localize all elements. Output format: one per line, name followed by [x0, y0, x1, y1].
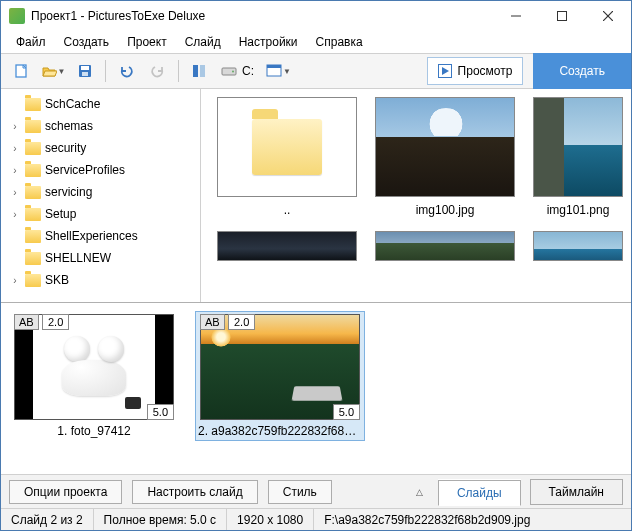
folder-icon [25, 252, 41, 265]
thumbnail-image [533, 97, 623, 197]
play-icon [438, 64, 452, 78]
svg-rect-1 [558, 12, 567, 21]
menu-file[interactable]: Файл [7, 32, 55, 52]
preview-label: Просмотр [458, 64, 513, 78]
thumb-image[interactable] [375, 231, 515, 261]
separator [178, 60, 179, 82]
svg-point-11 [232, 71, 234, 73]
status-slide-count: Слайд 2 из 2 [1, 509, 94, 530]
thumbnail-image [375, 97, 515, 197]
slide-duration[interactable]: 5.0 [147, 404, 174, 420]
btn-label: Настроить слайд [147, 485, 242, 499]
tree-item[interactable]: ›servicing [1, 181, 200, 203]
status-filepath: F:\a9a382c759fb222832f68b2d909.jpg [314, 509, 631, 530]
toolbar: ▼ C: ▼ Просмотр Создать [1, 53, 631, 89]
svg-rect-7 [82, 72, 88, 76]
expand-icon[interactable]: › [9, 143, 21, 154]
tree-item[interactable]: ›SKB [1, 269, 200, 291]
folder-icon [25, 274, 41, 287]
slide-frame: AB 2.0 5.0 [200, 314, 360, 420]
thumb-up-folder[interactable]: .. [217, 97, 357, 217]
create-button[interactable]: Создать [533, 53, 631, 89]
tree-item[interactable]: ›ServiceProfiles [1, 159, 200, 181]
btn-label: Опции проекта [24, 485, 107, 499]
expand-icon[interactable]: › [9, 209, 21, 220]
menu-create[interactable]: Создать [55, 32, 119, 52]
expand-icon[interactable]: › [9, 187, 21, 198]
menu-slide[interactable]: Слайд [176, 32, 230, 52]
redo-button[interactable] [144, 57, 172, 85]
configure-slide-button[interactable]: Настроить слайд [132, 480, 257, 504]
save-button[interactable] [71, 57, 99, 85]
slide-item[interactable]: AB 2.0 5.0 1. foto_97412 [11, 311, 177, 441]
tree-label: Setup [45, 207, 76, 221]
maximize-button[interactable] [539, 1, 585, 31]
menu-bar: Файл Создать Проект Слайд Настройки Спра… [1, 31, 631, 53]
create-label: Создать [559, 64, 605, 78]
preview-button[interactable]: Просмотр [427, 57, 524, 85]
tree-item[interactable]: ›schemas [1, 115, 200, 137]
minimize-button[interactable] [493, 1, 539, 31]
svg-rect-13 [267, 65, 281, 68]
slide-duration[interactable]: 5.0 [333, 404, 360, 420]
drive-label: C: [242, 64, 254, 78]
tree-label: SHELLNEW [45, 251, 111, 265]
close-button[interactable] [585, 1, 631, 31]
folder-up-icon [217, 97, 357, 197]
folder-icon [25, 164, 41, 177]
toggle-tree-button[interactable] [185, 57, 213, 85]
collapse-icon[interactable]: △ [410, 487, 429, 497]
folder-icon [25, 120, 41, 133]
tree-item[interactable]: SchCache [1, 93, 200, 115]
menu-project[interactable]: Проект [118, 32, 176, 52]
folder-tree[interactable]: SchCache ›schemas ›security ›ServiceProf… [1, 89, 201, 302]
open-button[interactable]: ▼ [39, 57, 67, 85]
tree-label: schemas [45, 119, 93, 133]
drive-select[interactable]: C: [217, 57, 258, 85]
file-thumbnails[interactable]: .. img100.jpg img101.png [201, 89, 631, 302]
new-button[interactable] [7, 57, 35, 85]
tab-label: Слайды [457, 486, 502, 500]
slide-item-selected[interactable]: AB 2.0 5.0 2. a9a382c759fb222832f68b2… [195, 311, 365, 441]
folder-icon [25, 98, 41, 111]
expand-icon[interactable]: › [9, 275, 21, 286]
thumb-image[interactable]: img101.png [533, 97, 623, 217]
transition-duration[interactable]: 2.0 [228, 314, 255, 330]
window-title: Проект1 - PicturesToExe Deluxe [31, 9, 205, 23]
thumb-label: img100.jpg [416, 203, 475, 217]
transition-duration[interactable]: 2.0 [42, 314, 69, 330]
thumb-image[interactable] [217, 231, 357, 261]
svg-rect-9 [200, 65, 205, 77]
bottom-controls: Опции проекта Настроить слайд Стиль △ Сл… [1, 474, 631, 508]
status-total-time: Полное время: 5.0 с [94, 509, 228, 530]
thumb-image[interactable]: img100.jpg [375, 97, 515, 217]
view-mode-button[interactable]: ▼ [262, 57, 295, 85]
style-button[interactable]: Стиль [268, 480, 332, 504]
btn-label: Стиль [283, 485, 317, 499]
slide-frame: AB 2.0 5.0 [14, 314, 174, 420]
app-icon [9, 8, 25, 24]
undo-button[interactable] [112, 57, 140, 85]
tree-item[interactable]: ›security [1, 137, 200, 159]
project-options-button[interactable]: Опции проекта [9, 480, 122, 504]
slide-list[interactable]: AB 2.0 5.0 1. foto_97412 AB 2.0 5.0 2. a… [1, 303, 631, 474]
status-bar: Слайд 2 из 2 Полное время: 5.0 с 1920 x … [1, 508, 631, 530]
slide-caption: 2. a9a382c759fb222832f68b2… [198, 424, 362, 438]
expand-icon[interactable]: › [9, 121, 21, 132]
svg-rect-8 [193, 65, 198, 77]
thumbnail-image [217, 231, 357, 261]
tree-label: servicing [45, 185, 92, 199]
tab-timeline[interactable]: Таймлайн [530, 479, 623, 505]
menu-help[interactable]: Справка [307, 32, 372, 52]
tree-item[interactable]: ›Setup [1, 203, 200, 225]
menu-settings[interactable]: Настройки [230, 32, 307, 52]
title-bar: Проект1 - PicturesToExe Deluxe [1, 1, 631, 31]
transition-badge[interactable]: AB [14, 314, 39, 330]
transition-badge[interactable]: AB [200, 314, 225, 330]
svg-rect-6 [81, 66, 89, 70]
tree-item[interactable]: ShellExperiences [1, 225, 200, 247]
expand-icon[interactable]: › [9, 165, 21, 176]
thumb-image[interactable] [533, 231, 623, 261]
tree-item[interactable]: SHELLNEW [1, 247, 200, 269]
tab-slides[interactable]: Слайды [438, 480, 521, 506]
